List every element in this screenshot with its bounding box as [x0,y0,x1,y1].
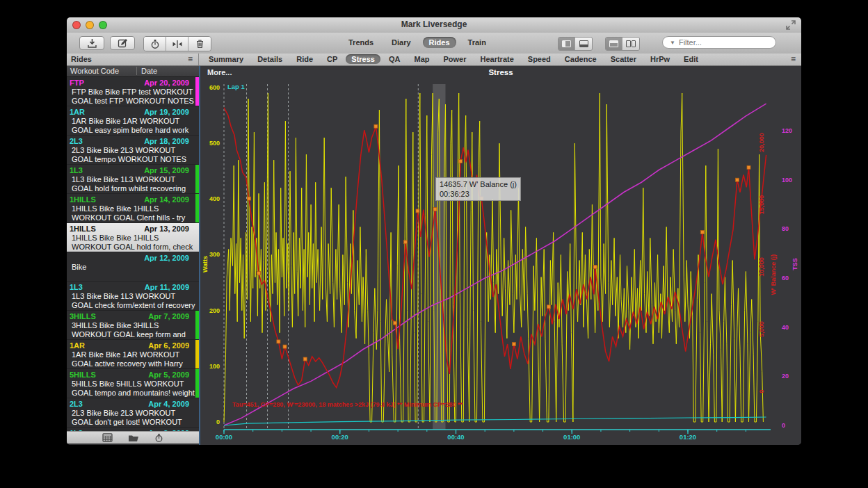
single-view-button[interactable] [606,38,622,50]
ride-detail-line: GOAL tempo and mountains! weight [70,389,196,398]
svg-text:600: 600 [209,84,220,91]
tab-power[interactable]: Power [437,54,472,64]
calendar-icon[interactable] [102,433,113,442]
ride-list-item[interactable]: 1HILLSApr 14, 20091HILLS Bike Bike 1HILL… [67,194,199,223]
sidebar-menu-icon[interactable]: ≡ [188,54,193,64]
tab-cp[interactable]: CP [321,54,343,64]
ride-list-item[interactable]: 1HILLSApr 13, 20091HILLS Bike Bike 1HILL… [67,223,199,252]
svg-text:500: 500 [209,140,220,147]
fullscreen-icon[interactable] [786,20,796,30]
ride-date: Apr 12, 2009 [144,254,189,262]
svg-text:20,000: 20,000 [758,133,765,152]
ride-detail-line: 2L3 Bike Bike 2L3 WORKOUT [70,409,196,418]
folder-icon[interactable] [128,434,139,442]
svg-text:00:20: 00:20 [332,433,348,441]
view-mode-group [605,37,640,51]
stopwatch-icon[interactable] [154,433,163,443]
svg-text:5,000: 5,000 [758,321,765,337]
list-column-header[interactable]: Workout Code Date [67,66,199,77]
svg-text:01:20: 01:20 [680,433,696,441]
edit-icon [118,38,128,48]
tab-scatter[interactable]: Scatter [605,54,642,64]
trash-icon [195,39,204,49]
wbal-series [224,108,766,388]
svg-text:00:00: 00:00 [216,433,232,441]
column-workout-code[interactable]: Workout Code [70,67,119,75]
content-area: Workout Code Date FTPApr 20, 2009FTP Bik… [67,66,801,445]
stopwatch-button[interactable] [144,37,166,51]
tab-heartrate[interactable]: Heartrate [475,54,520,64]
svg-text:20: 20 [782,373,789,380]
svg-text:W' Balance (j): W' Balance (j) [770,254,777,295]
ride-date: Apr 14, 2009 [144,195,189,204]
ride-code: 1HILLS [70,225,96,233]
sidebar-toggle-icon [562,40,571,47]
chart-tabs: SummaryDetailsRideCPStressQAMapPowerHear… [203,54,704,64]
scope-tab-diary[interactable]: Diary [385,37,417,48]
svg-text:Watts: Watts [202,256,209,273]
ride-list-item[interactable]: 1L3Apr 11, 20091L3 Bike Bike 1L3 WORKOUT… [67,282,199,311]
ride-list-item[interactable]: 2L3Apr 18, 20092L3 Bike Bike 2L3 WORKOUT… [67,136,199,165]
ride-list-item[interactable]: Apr 12, 2009Bike [67,252,199,282]
chart-menu-icon[interactable]: ≡ [791,54,796,64]
tab-ride[interactable]: Ride [291,54,319,64]
ride-code: 3HILLS [70,312,96,320]
download-icon [87,38,97,48]
ride-list-item[interactable]: FTPApr 20, 2009FTP Bike Bike FTP test WO… [67,77,199,106]
watts-axis: 0100200300400500600Watts [202,84,220,425]
tss-axis: 020406080100120TSS [782,127,798,429]
filter-field[interactable]: ▼ [662,36,776,49]
tab-cadence[interactable]: Cadence [559,54,602,64]
split-button[interactable] [166,37,188,51]
stopwatch-icon [150,39,160,49]
ride-list-item[interactable]: 1ARApr 19, 20091AR Bike Bike 1AR WORKOUT… [67,106,199,136]
sidebar-bottom-bar [67,431,199,444]
svg-text:100: 100 [209,363,220,370]
ride-list: FTPApr 20, 2009FTP Bike Bike FTP test WO… [67,77,199,431]
tab-map[interactable]: Map [408,54,435,64]
ride-code: FTP [70,79,84,87]
tab-edit[interactable]: Edit [678,54,704,64]
ride-code: 2L3 [70,400,83,408]
ride-detail-line: 2L3 Bike Bike 2L3 WORKOUT [70,146,196,155]
svg-text:80: 80 [782,225,789,232]
ride-code: 1HILLS [70,195,96,204]
ride-actions-group [143,36,211,51]
filter-input[interactable] [677,38,779,47]
ride-list-item[interactable]: 5HILLSApr 5, 20095HILLS Bike 5HILLS WORK… [67,369,199,398]
tab-speed[interactable]: Speed [522,54,556,64]
ride-date: Apr 5, 2009 [148,371,189,379]
tiled-view-button[interactable] [622,38,639,50]
tab-hrpw[interactable]: HrPw [645,54,675,64]
ride-list-item[interactable]: 2L3Apr 4, 20092L3 Bike Bike 2L3 WORKOUTG… [67,398,199,428]
ride-date: Apr 19, 2009 [144,108,189,116]
time-axis: 00:0000:2000:4001:0001:20 [216,430,771,441]
tab-qa[interactable]: QA [383,54,406,64]
tab-summary[interactable]: Summary [203,54,249,64]
column-date[interactable]: Date [136,67,157,75]
ride-list-item[interactable]: 1L3Apr 15, 20091L3 Bike Bike 1L3 WORKOUT… [67,165,199,194]
scope-tab-rides[interactable]: Rides [423,37,456,48]
tiled-view-icon [626,40,636,47]
svg-text:200: 200 [209,307,220,314]
svg-text:15,000: 15,000 [758,195,765,215]
scope-tab-trends[interactable]: Trends [342,37,380,48]
window-titlebar[interactable]: Mark Liversedge [67,17,801,33]
tab-stress[interactable]: Stress [346,54,380,64]
delete-button[interactable] [188,37,211,51]
sidebar-toggle-button[interactable] [558,38,575,50]
scope-tab-train[interactable]: Train [462,37,492,48]
ride-code: 1L3 [70,166,83,174]
ride-detail-line: WORKOUT GOAL hold form, check [70,243,196,252]
tab-details[interactable]: Details [252,54,288,64]
bottombar-toggle-button[interactable] [575,38,592,50]
single-view-icon [609,40,618,47]
chart-title: Stress [200,68,801,76]
edit-button[interactable] [110,36,135,50]
ride-list-item[interactable]: 3HILLSApr 7, 20093HILLS Bike Bike 3HILLS… [67,311,199,340]
ride-list-item[interactable]: 1ARApr 6, 20091AR Bike Bike 1AR WORKOUTG… [67,340,199,369]
ride-date: Apr 4, 2009 [148,400,189,408]
app-window: Mark Liversedge [67,17,801,445]
download-button[interactable] [79,36,104,50]
watts-series [224,93,763,422]
